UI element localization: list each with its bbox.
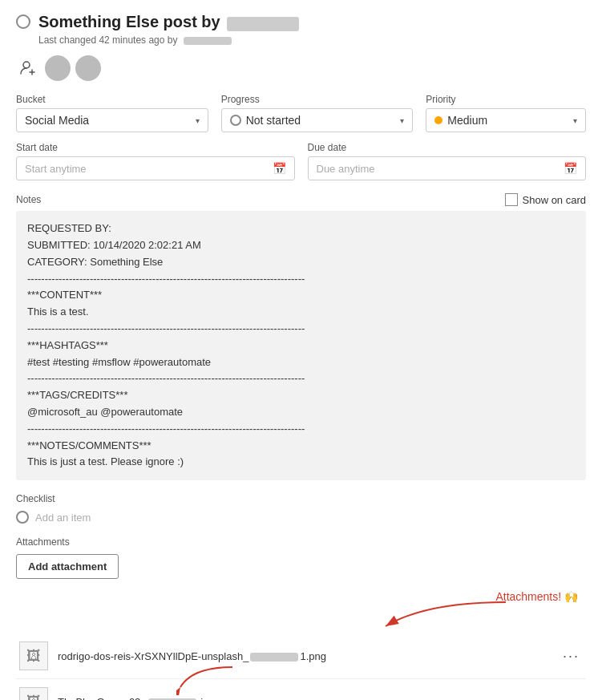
avatars-row xyxy=(16,55,586,81)
date-row: Start date Start anytime 📅 Due date Due … xyxy=(16,142,586,180)
due-date-input[interactable]: Due anytime 📅 xyxy=(308,156,587,180)
attachment-name-1: rodrigo-dos-reis-XrSXNYllDpE-unsplash_1.… xyxy=(58,650,550,662)
last-changed-text: Last changed 42 minutes ago by xyxy=(38,34,586,46)
title-prefix: Something Else post by xyxy=(38,13,220,30)
task-radio[interactable] xyxy=(16,14,30,29)
title-redacted-name xyxy=(227,17,299,31)
priority-field: Priority Medium ▾ xyxy=(426,94,586,132)
checklist-add-item[interactable]: Add an item xyxy=(16,511,586,524)
checklist-radio-icon xyxy=(16,511,29,524)
priority-label: Priority xyxy=(426,94,586,105)
due-date-label: Due date xyxy=(308,142,587,153)
progress-value: Not started xyxy=(246,114,301,127)
add-attachment-button[interactable]: Add attachment xyxy=(16,554,119,579)
attachments-section: Attachments Add attachment Attachments! … xyxy=(16,536,586,700)
attachment-menu-2[interactable]: ··· xyxy=(560,694,583,700)
bucket-value: Social Media xyxy=(25,114,89,127)
fields-row: Bucket Social Media ▾ Progress Not start… xyxy=(16,94,586,132)
image-icon-1: 🖼 xyxy=(26,648,41,665)
avatar-2 xyxy=(75,55,101,81)
show-on-card-group: Show on card xyxy=(505,193,587,206)
due-date-placeholder: Due anytime xyxy=(317,163,375,175)
last-changed-name-redacted xyxy=(184,37,232,45)
priority-select[interactable]: Medium ▾ xyxy=(426,108,586,132)
notes-section: Notes Show on card REQUESTED BY: SUBMITT… xyxy=(16,193,586,480)
progress-label: Progress xyxy=(221,94,414,105)
attachment-redacted-1 xyxy=(250,653,298,662)
image-icon-2: 🖼 xyxy=(26,694,41,700)
attachment-item: 🖼 rodrigo-dos-reis-XrSXNYllDpE-unsplash_… xyxy=(16,633,586,679)
task-title: Something Else post by xyxy=(38,13,299,31)
bucket-select[interactable]: Social Media ▾ xyxy=(16,108,208,132)
attachments-label: Attachments xyxy=(16,536,586,548)
bucket-field: Bucket Social Media ▾ xyxy=(16,94,208,132)
bucket-label: Bucket xyxy=(16,94,208,105)
checklist-label: Checklist xyxy=(16,493,586,504)
show-on-card-checkbox[interactable] xyxy=(505,193,518,206)
priority-value: Medium xyxy=(447,114,487,127)
checklist-add-label: Add an item xyxy=(35,512,91,524)
start-date-placeholder: Start anytime xyxy=(25,163,87,175)
start-date-field: Start date Start anytime 📅 xyxy=(16,142,295,180)
progress-select[interactable]: Not started ▾ xyxy=(221,108,414,132)
priority-dot-icon xyxy=(434,116,442,124)
notes-header: Notes Show on card xyxy=(16,193,586,206)
notes-content[interactable]: REQUESTED BY: SUBMITTED: 10/14/2020 2:02… xyxy=(16,211,586,480)
attachment-item: 🖼 TheBlueGroup-02_.jpg ··· xyxy=(16,679,586,700)
attachment-thumb-2: 🖼 xyxy=(19,687,48,700)
attachments-arrow xyxy=(362,598,522,630)
progress-inner: Not started xyxy=(230,114,301,127)
checklist-section: Checklist Add an item xyxy=(16,493,586,524)
avatar-1 xyxy=(45,55,71,81)
due-date-field: Due date Due anytime 📅 xyxy=(308,142,587,180)
priority-chevron-icon: ▾ xyxy=(573,116,577,125)
progress-radio-icon xyxy=(230,115,241,126)
notes-label: Notes xyxy=(16,194,41,205)
show-on-card-label: Show on card xyxy=(523,194,587,206)
start-calendar-icon: 📅 xyxy=(273,162,286,175)
attachment-list: 🖼 rodrigo-dos-reis-XrSXNYllDpE-unsplash_… xyxy=(16,633,586,700)
start-date-input[interactable]: Start anytime 📅 xyxy=(16,156,295,180)
add-person-button[interactable] xyxy=(16,56,40,80)
attachment-name-2: TheBlueGroup-02_.jpg xyxy=(58,696,550,700)
attachment-thumb-1: 🖼 xyxy=(19,641,48,670)
bucket-chevron-icon: ▾ xyxy=(196,116,200,125)
progress-chevron-icon: ▾ xyxy=(400,116,404,125)
svg-point-0 xyxy=(23,62,30,68)
start-date-label: Start date xyxy=(16,142,295,153)
attachment-menu-1[interactable]: ··· xyxy=(560,648,583,665)
due-calendar-icon: 📅 xyxy=(564,162,577,175)
attachment-arrow-2 xyxy=(176,663,240,695)
progress-field: Progress Not started ▾ xyxy=(221,94,414,132)
